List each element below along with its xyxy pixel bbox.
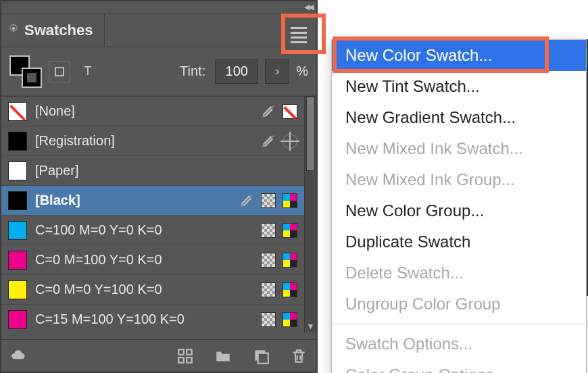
cmyk-mode-icon <box>283 312 297 327</box>
cmyk-mode-icon <box>283 282 297 297</box>
swatch-controls: T Tint: 100 › % <box>1 47 316 96</box>
tint-label: Tint: <box>180 64 205 79</box>
formatting-text-toggle[interactable]: T <box>77 61 99 82</box>
svg-rect-7 <box>187 357 192 363</box>
swatch-chip <box>8 221 27 240</box>
tab-swatches[interactable]: Swatches <box>1 14 105 47</box>
stroke-chip[interactable] <box>22 68 42 88</box>
swatch-chip <box>8 191 27 210</box>
panel-menu-button[interactable] <box>283 20 315 50</box>
formatting-container-toggle[interactable] <box>49 61 70 82</box>
swatch-label: C=100 M=0 Y=0 K=0 <box>35 222 162 238</box>
swatch-row[interactable]: C=15 M=100 Y=100 K=0 <box>1 305 316 332</box>
new-group-icon[interactable] <box>214 347 232 366</box>
menu-item[interactable]: New Color Swatch... <box>332 40 586 71</box>
swatch-label: [None] <box>35 103 75 119</box>
cmyk-mode-icon <box>283 193 297 208</box>
global-swatch-icon <box>261 282 276 297</box>
cc-libraries-icon[interactable] <box>9 347 28 366</box>
swatch-row-icons <box>261 223 310 238</box>
swatch-label: [Registration] <box>35 133 115 149</box>
swatch-row[interactable]: [None] <box>1 97 316 126</box>
global-swatch-icon <box>261 193 276 208</box>
global-swatch-icon <box>261 253 276 268</box>
panel-context-menu: New Color Swatch...New Tint Swatch...New… <box>331 39 587 373</box>
swatch-label: [Black] <box>35 193 80 208</box>
swatch-row-icons <box>261 104 310 119</box>
new-swatch-icon[interactable] <box>251 347 270 366</box>
svg-line-2 <box>263 135 274 147</box>
swatch-row[interactable]: C=0 M=100 Y=0 K=0 <box>1 245 316 275</box>
swatches-panel: ◀◀ Swatches T Tint: 100 › % [None][Regis… <box>0 0 318 373</box>
swatch-chip <box>8 251 27 270</box>
panel-tab-bar: Swatches <box>1 14 316 47</box>
svg-line-3 <box>241 195 253 206</box>
svg-rect-6 <box>178 357 184 363</box>
menu-item[interactable]: Duplicate Swatch <box>332 226 586 257</box>
svg-point-0 <box>12 27 15 30</box>
swatch-row-icons <box>261 134 310 149</box>
delete-icon[interactable] <box>289 347 308 366</box>
swatch-row-icons <box>239 193 310 208</box>
panel-footer <box>1 339 316 372</box>
scroll-down-icon[interactable]: ▼ <box>305 320 316 332</box>
panel-topbar: ◀◀ <box>1 1 316 14</box>
menu-item: Delete Swatch... <box>332 257 586 289</box>
swatch-list: [None][Registration][Paper][Black]C=100 … <box>1 96 316 332</box>
menu-item: Swatch Options... <box>332 328 586 359</box>
collapse-icon[interactable]: ◀◀ <box>304 3 312 11</box>
svg-line-1 <box>263 105 274 117</box>
swatch-chip <box>8 102 27 121</box>
swatch-row-icons <box>261 282 310 297</box>
swatch-row-icons <box>261 253 310 268</box>
menu-item: New Mixed Ink Swatch... <box>332 133 586 164</box>
swatch-label: C=0 M=100 Y=0 K=0 <box>35 252 162 268</box>
global-swatch-icon <box>261 223 276 238</box>
swatch-row[interactable]: [Paper] <box>1 156 316 186</box>
menu-item[interactable]: New Color Group... <box>332 195 586 226</box>
svg-rect-4 <box>178 349 184 355</box>
svg-rect-9 <box>258 353 268 363</box>
fill-stroke-proxy[interactable] <box>9 55 42 88</box>
swatch-chip <box>8 310 27 329</box>
swatch-label: [Paper] <box>35 163 78 178</box>
tint-unit: % <box>296 64 308 79</box>
swatch-row[interactable]: C=100 M=0 Y=0 K=0 <box>1 216 316 245</box>
tint-input[interactable]: 100 <box>215 59 258 84</box>
svg-rect-5 <box>187 349 192 355</box>
non-editable-icon <box>239 193 254 208</box>
swatch-chip <box>8 280 27 299</box>
non-editable-icon <box>261 134 276 149</box>
global-swatch-icon <box>261 312 276 327</box>
swatch-row[interactable]: C=0 M=0 Y=100 K=0 <box>1 275 316 305</box>
none-mode-icon <box>283 104 297 119</box>
swatch-view-icon[interactable] <box>176 347 195 366</box>
non-editable-icon <box>261 104 276 119</box>
swatch-label: C=15 M=100 Y=100 K=0 <box>35 312 185 327</box>
hamburger-icon <box>291 27 307 43</box>
swatch-row[interactable]: [Black] <box>1 186 316 216</box>
swatch-row-icons <box>261 312 310 327</box>
swatch-label: C=0 M=0 Y=100 K=0 <box>35 282 162 297</box>
registration-icon <box>283 134 297 149</box>
scrollbar[interactable]: ▼ <box>304 97 316 332</box>
menu-separator <box>332 324 586 324</box>
tab-label: Swatches <box>24 22 93 39</box>
cmyk-mode-icon <box>283 253 297 268</box>
cmyk-mode-icon <box>283 223 297 238</box>
swatch-chip <box>8 132 27 151</box>
menu-item: Color Group Options... <box>332 359 586 373</box>
tint-flyout-button[interactable]: › <box>265 59 289 84</box>
menu-item: New Mixed Ink Group... <box>332 164 586 195</box>
menu-item[interactable]: New Tint Swatch... <box>332 71 586 102</box>
menu-item: Ungroup Color Group <box>332 289 586 320</box>
menu-item[interactable]: New Gradient Swatch... <box>332 102 586 133</box>
swatch-chip <box>8 161 27 180</box>
scroll-thumb[interactable] <box>306 97 315 171</box>
swatch-row[interactable]: [Registration] <box>1 126 316 156</box>
gear-icon <box>8 23 19 37</box>
